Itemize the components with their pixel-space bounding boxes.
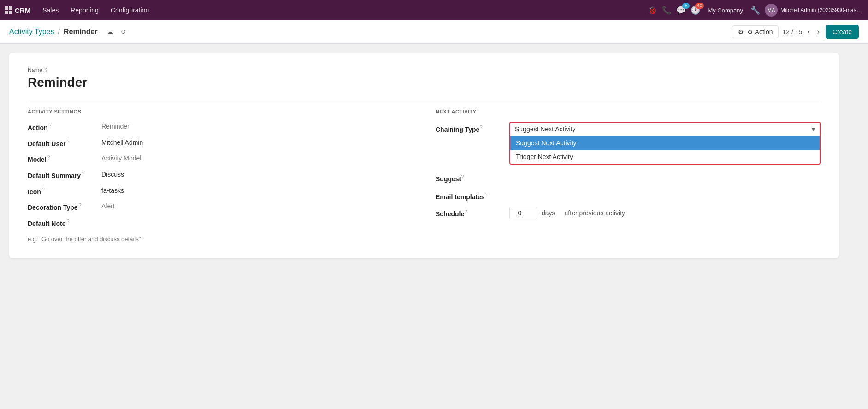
app-name[interactable]: CRM xyxy=(15,6,30,14)
chaining-dropdown-open[interactable]: Suggest Next Activity ▾ Suggest Next Act… xyxy=(509,122,821,165)
chaining-type-label: Chaining Type? xyxy=(436,122,505,133)
schedule-after: after previous activity xyxy=(565,209,626,217)
next-button[interactable]: › xyxy=(815,27,822,37)
action-button[interactable]: ⚙ ⚙ Action xyxy=(732,25,779,38)
default-summary-value[interactable]: Discuss xyxy=(101,170,124,178)
top-navigation: CRM Sales Reporting Configuration 🐞 📞 💬5… xyxy=(0,0,868,20)
breadcrumb-current: Reminder xyxy=(64,28,98,36)
chaining-type-dropdown[interactable]: Suggest Next Activity ▾ Suggest Next Act… xyxy=(509,122,821,165)
clock-icon[interactable]: 🕐40 xyxy=(691,6,700,15)
chaining-selected-value: Suggest Next Activity xyxy=(515,125,576,133)
chevron-down-icon: ▾ xyxy=(812,125,815,133)
menu-configuration[interactable]: Configuration xyxy=(105,5,154,16)
model-label: Model? xyxy=(28,154,101,163)
schedule-unit: days xyxy=(542,209,555,217)
decoration-type-help-icon[interactable]: ? xyxy=(79,202,82,208)
avatar: MA xyxy=(765,4,778,17)
prev-button[interactable]: ‹ xyxy=(805,27,812,37)
gear-icon: ⚙ xyxy=(738,28,744,36)
save-icon[interactable]: ☁ xyxy=(105,27,115,36)
chaining-type-row: Chaining Type? Suggest Next Activity ▾ S… xyxy=(436,122,821,165)
record-name[interactable]: Reminder xyxy=(28,75,821,90)
default-user-value[interactable]: Mitchell Admin xyxy=(101,138,143,146)
create-button[interactable]: Create xyxy=(826,25,859,39)
action-value[interactable]: Reminder xyxy=(101,122,130,130)
chaining-dropdown-header[interactable]: Suggest Next Activity ▾ xyxy=(510,123,820,136)
decoration-type-value[interactable]: Alert xyxy=(101,202,115,210)
section-divider xyxy=(28,101,821,101)
action-label: Action? xyxy=(28,122,101,131)
pagination-text: 12 / 15 xyxy=(782,28,802,36)
name-help-icon[interactable]: ? xyxy=(45,67,47,73)
icon-help-icon[interactable]: ? xyxy=(42,187,45,192)
default-note-help-icon[interactable]: ? xyxy=(66,219,69,224)
activity-settings-title: ACTIVITY SETTINGS xyxy=(28,109,417,114)
default-summary-label: Default Summary? xyxy=(28,170,101,179)
phone-icon[interactable]: 📞 xyxy=(662,6,672,15)
default-summary-field-row: Default Summary? Discuss xyxy=(28,170,417,179)
default-note-input[interactable] xyxy=(28,234,417,244)
breadcrumb-separator: / xyxy=(58,28,60,36)
email-templates-label: Email templates? xyxy=(436,189,505,201)
breadcrumb-parent[interactable]: Activity Types xyxy=(9,28,54,36)
schedule-help-icon[interactable]: ? xyxy=(464,209,467,214)
email-templates-help-icon[interactable]: ? xyxy=(485,192,488,197)
activity-settings-section: ACTIVITY SETTINGS Action? Reminder Defau… xyxy=(28,109,417,244)
default-user-field-row: Default User? Mitchell Admin xyxy=(28,138,417,148)
icon-field-row: Icon? fa-tasks xyxy=(28,186,417,196)
name-label: Name ? xyxy=(28,67,821,73)
action-label: ⚙ Action xyxy=(747,28,773,36)
icon-value[interactable]: fa-tasks xyxy=(101,186,124,194)
suggest-label: Suggest? xyxy=(436,171,505,183)
discard-icon[interactable]: ↺ xyxy=(119,27,128,36)
menu-reporting[interactable]: Reporting xyxy=(65,5,104,16)
two-col-layout: ACTIVITY SETTINGS Action? Reminder Defau… xyxy=(28,109,821,244)
chat-icon[interactable]: 💬5 xyxy=(676,6,686,15)
bug-icon[interactable]: 🐞 xyxy=(648,6,657,15)
email-templates-row: Email templates? xyxy=(436,189,821,201)
model-value[interactable]: Activity Model xyxy=(101,154,141,162)
username: Mitchell Admin (20235930-master… xyxy=(780,7,863,13)
pagination: 12 / 15 ‹ › xyxy=(782,27,821,37)
default-note-field-row: Default Note? xyxy=(28,218,417,227)
default-summary-help-icon[interactable]: ? xyxy=(82,171,84,176)
model-field-row: Model? Activity Model xyxy=(28,154,417,163)
company-selector[interactable]: My Company xyxy=(705,7,746,14)
decoration-type-label: Decoration Type? xyxy=(28,202,101,211)
model-help-icon[interactable]: ? xyxy=(47,154,50,160)
chaining-help-icon[interactable]: ? xyxy=(479,124,482,130)
menu-sales[interactable]: Sales xyxy=(37,5,64,16)
settings-icon[interactable]: 🔧 xyxy=(750,6,760,15)
main-content: Name ? Reminder ACTIVITY SETTINGS Action… xyxy=(0,44,868,267)
default-note-input-area[interactable] xyxy=(28,234,417,244)
breadcrumb-right: ⚙ ⚙ Action 12 / 15 ‹ › Create xyxy=(732,25,859,39)
default-note-label: Default Note? xyxy=(28,218,101,227)
chaining-option-suggest[interactable]: Suggest Next Activity xyxy=(510,136,820,150)
chat-badge: 5 xyxy=(682,3,690,9)
action-help-icon[interactable]: ? xyxy=(49,123,52,128)
topnav-icons: 🐞 📞 💬5 🕐40 My Company 🔧 MA Mitchell Admi… xyxy=(648,4,863,17)
action-field-row: Action? Reminder xyxy=(28,122,417,131)
chaining-option-trigger[interactable]: Trigger Next Activity xyxy=(510,150,820,164)
default-user-help-icon[interactable]: ? xyxy=(66,139,69,144)
grid-icon xyxy=(5,6,12,14)
clock-badge: 40 xyxy=(695,3,704,9)
suggest-row: Suggest? xyxy=(436,171,821,183)
decoration-type-field-row: Decoration Type? Alert xyxy=(28,202,417,211)
user-menu[interactable]: MA Mitchell Admin (20235930-master… xyxy=(765,4,863,17)
next-activity-section: NEXT ACTIVITY Chaining Type? Suggest Nex… xyxy=(431,109,821,244)
name-field-group: Name ? Reminder xyxy=(28,67,821,90)
breadcrumb-bar: Activity Types / Reminder ☁ ↺ ⚙ ⚙ Action… xyxy=(0,20,868,44)
chaining-options-list: Suggest Next Activity Trigger Next Activ… xyxy=(510,136,820,164)
form-card: Name ? Reminder ACTIVITY SETTINGS Action… xyxy=(9,53,839,258)
default-user-label: Default User? xyxy=(28,138,101,148)
schedule-label: Schedule? xyxy=(436,209,505,218)
next-activity-title: NEXT ACTIVITY xyxy=(436,109,821,114)
icon-label: Icon? xyxy=(28,186,101,196)
schedule-row: Schedule? days after previous activity xyxy=(436,207,821,219)
top-menu: Sales Reporting Configuration xyxy=(37,5,646,16)
suggest-help-icon[interactable]: ? xyxy=(461,174,464,179)
schedule-input[interactable] xyxy=(509,207,537,219)
app-logo[interactable]: CRM xyxy=(5,6,30,14)
